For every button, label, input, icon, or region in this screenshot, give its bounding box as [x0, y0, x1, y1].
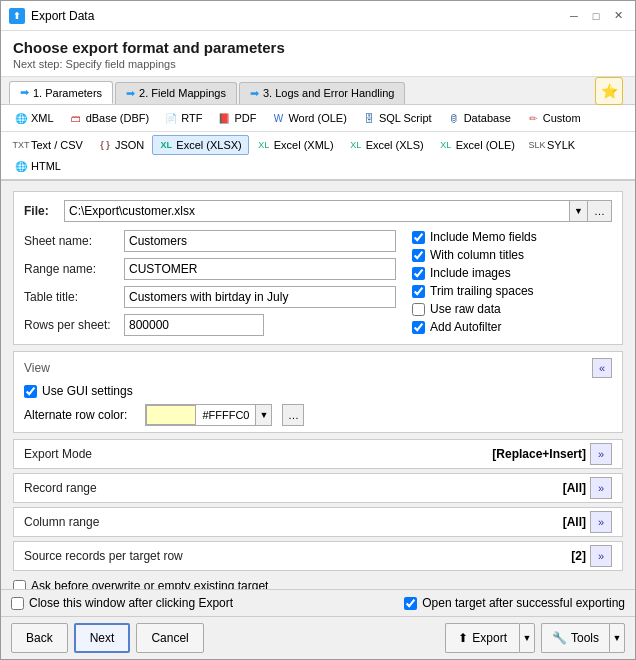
record-range-nav-btn[interactable]: »: [590, 477, 612, 499]
format-rtf[interactable]: 📄 RTF: [157, 108, 209, 128]
ask-overwrite-checkbox[interactable]: [13, 580, 26, 590]
format-xml[interactable]: 🌐 XML: [7, 108, 61, 128]
range-name-label: Range name:: [24, 262, 124, 276]
format-dbase[interactable]: 🗃 dBase (DBF): [62, 108, 157, 128]
sheet-name-row: Sheet name:: [24, 230, 396, 252]
close-window-checkbox[interactable]: [11, 597, 24, 610]
column-range-nav-btn[interactable]: »: [590, 511, 612, 533]
tab-label-1: 1. Parameters: [33, 87, 102, 99]
export-icon: ⬆: [458, 631, 468, 645]
title-bar: ⬆ Export Data ─ □ ✕: [1, 1, 635, 31]
add-autofilter-row: Add Autofilter: [412, 320, 612, 334]
sheet-name-input[interactable]: [124, 230, 396, 252]
rtf-icon: 📄: [164, 111, 178, 125]
minimize-button[interactable]: ─: [565, 7, 583, 25]
source-records-nav-btn[interactable]: »: [590, 545, 612, 567]
view-title-row: View «: [24, 358, 612, 378]
export-button[interactable]: ⬆ Export: [445, 623, 519, 653]
format-text-csv[interactable]: TXT Text / CSV: [7, 135, 90, 155]
column-range-right: [All] »: [563, 511, 612, 533]
format-excel-xls[interactable]: XL Excel (XLS): [342, 135, 431, 155]
format-json[interactable]: { } JSON: [91, 135, 151, 155]
format-html[interactable]: 🌐 HTML: [7, 156, 68, 176]
file-dropdown-btn[interactable]: ▼: [570, 200, 588, 222]
format-sylk[interactable]: SLK SYLK: [523, 135, 582, 155]
format-excel-xlsx[interactable]: XL Excel (XLSX): [152, 135, 248, 155]
trim-trailing-checkbox[interactable]: [412, 285, 425, 298]
format-custom[interactable]: ✏ Custom: [519, 108, 588, 128]
export-mode-row: Export Mode [Replace+Insert] »: [13, 439, 623, 469]
source-records-label: Source records per target row: [24, 549, 183, 563]
include-images-checkbox[interactable]: [412, 267, 425, 280]
include-memo-checkbox[interactable]: [412, 231, 425, 244]
collapse-button[interactable]: «: [592, 358, 612, 378]
rows-per-sheet-row: Rows per sheet:: [24, 314, 396, 336]
cancel-button[interactable]: Cancel: [136, 623, 203, 653]
table-title-input[interactable]: [124, 286, 396, 308]
view-settings-row: Use GUI settings: [24, 384, 612, 398]
export-mode-nav-btn[interactable]: »: [590, 443, 612, 465]
tab-arrow-1: ➡: [20, 86, 29, 99]
range-name-input[interactable]: [124, 258, 396, 280]
maximize-button[interactable]: □: [587, 7, 605, 25]
tab-arrow-3: ➡: [250, 87, 259, 100]
tab-field-mappings[interactable]: ➡ 2. Field Mappings: [115, 82, 237, 104]
right-col: Include Memo fields With column titles I…: [412, 230, 612, 336]
database-icon: 🛢: [447, 111, 461, 125]
rows-per-sheet-input[interactable]: [124, 314, 264, 336]
format-bar-row2: TXT Text / CSV { } JSON XL Excel (XLSX) …: [1, 132, 635, 181]
close-button[interactable]: ✕: [609, 7, 627, 25]
format-excel-ole[interactable]: XL Excel (OLE): [432, 135, 522, 155]
title-controls: ─ □ ✕: [565, 7, 627, 25]
open-target-label: Open target after successful exporting: [422, 596, 625, 610]
header-subtitle: Next step: Specify field mappings: [13, 58, 623, 70]
rows-per-sheet-label: Rows per sheet:: [24, 318, 124, 332]
file-browse-btn[interactable]: …: [588, 200, 612, 222]
content-area: File: ▼ … Sheet name: Range name:: [1, 181, 635, 589]
tools-button[interactable]: 🔧 Tools: [541, 623, 609, 653]
format-database[interactable]: 🛢 Database: [440, 108, 518, 128]
format-pdf[interactable]: 📕 PDF: [210, 108, 263, 128]
file-input[interactable]: [64, 200, 570, 222]
add-autofilter-checkbox[interactable]: [412, 321, 425, 334]
color-more-btn[interactable]: …: [282, 404, 304, 426]
two-col-area: Sheet name: Range name: Table title: Row…: [24, 230, 612, 336]
star-button[interactable]: ⭐: [595, 77, 623, 105]
back-button[interactable]: Back: [11, 623, 68, 653]
cancel-label: Cancel: [151, 631, 188, 645]
record-range-right: [All] »: [563, 477, 612, 499]
tab-logs[interactable]: ➡ 3. Logs and Error Handling: [239, 82, 405, 104]
export-mode-label: Export Mode: [24, 447, 92, 461]
bottom-bar: Close this window after clicking Export …: [1, 589, 635, 616]
tools-icon: 🔧: [552, 631, 567, 645]
trim-trailing-row: Trim trailing spaces: [412, 284, 612, 298]
alt-row-color-label: Alternate row color:: [24, 408, 127, 422]
tab-parameters[interactable]: ➡ 1. Parameters: [9, 81, 113, 104]
use-gui-settings-label: Use GUI settings: [42, 384, 133, 398]
source-records-row: Source records per target row [2] »: [13, 541, 623, 571]
view-section: View « Use GUI settings Alternate row co…: [13, 351, 623, 433]
with-column-titles-row: With column titles: [412, 248, 612, 262]
color-dropdown-arrow[interactable]: ▼: [255, 405, 271, 425]
open-target-checkbox[interactable]: [404, 597, 417, 610]
with-column-titles-checkbox[interactable]: [412, 249, 425, 262]
color-select[interactable]: #FFFFC0 ▼: [145, 404, 272, 426]
export-dropdown-btn[interactable]: ▼: [519, 623, 535, 653]
record-range-label: Record range: [24, 481, 97, 495]
format-excel-xml[interactable]: XL Excel (XML): [250, 135, 341, 155]
use-gui-settings-checkbox[interactable]: [24, 385, 37, 398]
include-images-row: Include images: [412, 266, 612, 280]
format-word[interactable]: W Word (OLE): [264, 108, 353, 128]
file-row: File: ▼ …: [24, 200, 612, 222]
main-window: ⬆ Export Data ─ □ ✕ Choose export format…: [0, 0, 636, 660]
next-button[interactable]: Next: [74, 623, 131, 653]
pdf-icon: 📕: [217, 111, 231, 125]
tools-dropdown-btn[interactable]: ▼: [609, 623, 625, 653]
xml-icon: 🌐: [14, 111, 28, 125]
form-section-file: File: ▼ … Sheet name: Range name:: [13, 191, 623, 345]
format-sql[interactable]: 🗄 SQL Script: [355, 108, 439, 128]
use-raw-data-checkbox[interactable]: [412, 303, 425, 316]
close-window-label: Close this window after clicking Export: [29, 596, 233, 610]
column-range-value: [All]: [563, 515, 586, 529]
app-icon: ⬆: [9, 8, 25, 24]
